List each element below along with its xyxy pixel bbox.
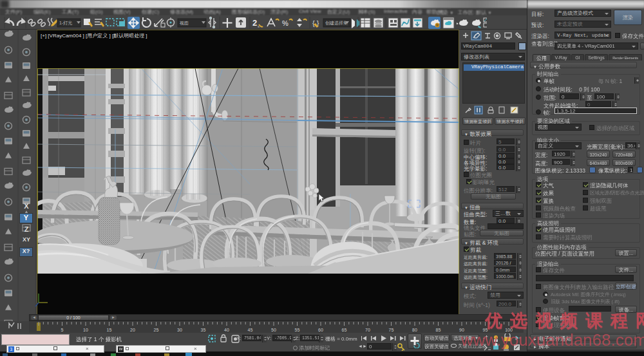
svg-text:20: 20: [130, 328, 135, 332]
svg-text:35: 35: [201, 328, 206, 332]
svg-text:创建选择集: 创建选择集: [325, 21, 348, 26]
svg-text:%: %: [282, 19, 289, 27]
svg-text:视图: 视图: [180, 21, 189, 26]
svg-text:5: 5: [61, 328, 64, 332]
svg-text:75: 75: [389, 328, 394, 332]
svg-text:50: 50: [271, 328, 276, 332]
svg-text:2: 2: [252, 18, 257, 28]
svg-text:s: s: [258, 24, 260, 28]
svg-text:60: 60: [318, 328, 323, 332]
svg-text:1-灯光: 1-灯光: [59, 21, 72, 26]
svg-text:40: 40: [224, 328, 229, 332]
svg-text:15: 15: [107, 328, 112, 332]
svg-text:55: 55: [295, 328, 300, 332]
svg-text:70: 70: [365, 328, 370, 332]
svg-text:30: 30: [177, 328, 182, 332]
svg-text:25: 25: [154, 328, 159, 332]
svg-text:85: 85: [436, 328, 441, 332]
svg-text:45: 45: [248, 328, 253, 332]
svg-text:10: 10: [83, 328, 88, 332]
svg-text:65: 65: [342, 328, 347, 332]
svg-text:80: 80: [412, 328, 417, 332]
